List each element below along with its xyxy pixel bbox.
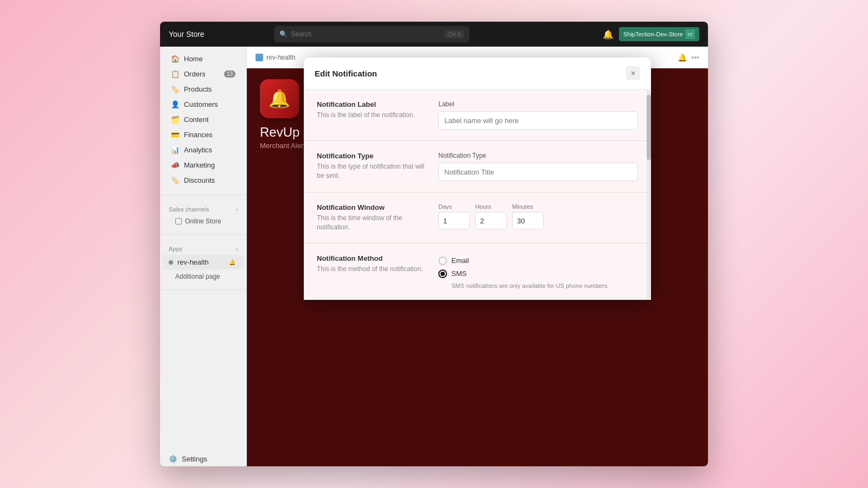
sidebar-label-home: Home [184, 55, 235, 63]
form-right-window: Days Hours Minutes [438, 203, 638, 232]
sidebar-item-discounts[interactable]: 🏷️ Discounts [162, 173, 244, 188]
sidebar-item-marketing[interactable]: 📣 Marketing [162, 158, 244, 172]
sidebar-label-marketing: Marketing [184, 161, 235, 169]
notification-type-section: Notification Type This is the type of no… [304, 141, 651, 192]
hours-label: Hours [475, 203, 507, 210]
sidebar-item-products[interactable]: 🏷️ Products [162, 82, 244, 97]
top-bar-right: 🔔 ShipTection-Dev-Store ST [603, 27, 699, 41]
marketing-icon: 📣 [171, 161, 180, 169]
sidebar-divider-2 [160, 234, 246, 235]
modal-close-button[interactable]: × [626, 66, 640, 80]
sales-channels-section: Sales channels › Online Store [160, 197, 246, 232]
search-input[interactable] [291, 30, 442, 38]
minutes-label: Minutes [512, 203, 544, 210]
form-right-type: Notification Type [438, 152, 638, 181]
sidebar-label-finances: Finances [184, 131, 235, 139]
sidebar: 🏠 Home 📋 Orders 13 🏷️ Products 👤 Custome… [160, 47, 247, 466]
sidebar-item-customers[interactable]: 👤 Customers [162, 97, 244, 112]
type-input[interactable] [438, 163, 638, 181]
form-right-label: Label [438, 100, 638, 130]
radio-group-method: Email SMS SMS notifications are only ava… [438, 256, 638, 289]
sidebar-label-rev-health: rev-health [177, 258, 225, 266]
products-icon: 🏷️ [171, 85, 180, 93]
close-icon: × [631, 69, 635, 78]
search-icon: 🔍 [279, 30, 288, 38]
content-icon: 🗂️ [171, 115, 180, 124]
sidebar-label-orders: Orders [184, 70, 220, 78]
days-input[interactable] [438, 212, 470, 229]
window-fields: Days Hours Minutes [438, 203, 638, 229]
modal-scrollbar-track[interactable] [647, 89, 651, 300]
user-badge[interactable]: ShipTection-Dev-Store ST [619, 27, 699, 41]
sidebar-item-content[interactable]: 🗂️ Content [162, 112, 244, 127]
apps-expand-icon: › [236, 246, 238, 252]
radio-email-button[interactable] [438, 256, 447, 265]
sidebar-label-customers: Customers [184, 100, 235, 108]
user-label: ShipTection-Dev-Store [623, 31, 683, 37]
radio-email[interactable]: Email [438, 256, 638, 265]
sidebar-item-rev-health[interactable]: rev-health 🔔 [162, 255, 244, 269]
notification-label-section: Notification Label This is the label of … [304, 89, 651, 141]
rev-health-icon [169, 260, 173, 265]
online-store-icon [175, 218, 182, 224]
customers-icon: 👤 [171, 100, 180, 108]
sidebar-label-analytics: Analytics [184, 146, 235, 154]
sidebar-item-additional-page[interactable]: Additional page [160, 270, 246, 283]
sidebar-item-analytics[interactable]: 📊 Analytics [162, 143, 244, 157]
sidebar-item-finances[interactable]: 💳 Finances [162, 127, 244, 142]
hours-input[interactable] [475, 212, 507, 229]
radio-sms-button[interactable] [438, 269, 447, 278]
orders-badge: 13 [224, 70, 235, 78]
sidebar-nav-section: 🏠 Home 📋 Orders 13 🏷️ Products 👤 Custome… [160, 47, 246, 192]
expand-icon: › [236, 207, 238, 213]
minutes-input[interactable] [512, 212, 544, 229]
edit-notification-modal: Edit Notification × Notification Label T… [304, 57, 651, 300]
modal-header: Edit Notification × [304, 57, 651, 89]
form-left-label: Notification Label This is the label of … [317, 100, 425, 130]
minutes-field: Minutes [512, 203, 544, 229]
sales-channels-title: Sales channels › [160, 202, 246, 215]
sidebar-label-content: Content [184, 115, 235, 124]
hours-field: Hours [475, 203, 507, 229]
radio-sms-label: SMS [451, 269, 467, 278]
modal-body[interactable]: Notification Label This is the label of … [304, 89, 651, 300]
top-bar: Your Store 🔍 Ctrl K 🔔 ShipTection-Dev-St… [160, 22, 708, 47]
modal-scrollbar-thumb[interactable] [647, 95, 651, 160]
sidebar-item-online-store[interactable]: Online Store [160, 215, 246, 228]
form-right-method: Email SMS SMS notifications are only ava… [438, 254, 638, 289]
notification-label-row: Notification Label This is the label of … [317, 100, 638, 130]
analytics-icon: 📊 [171, 146, 180, 154]
content-area: rev-health 🔔 ••• 🔔 RevUp Health Merchant… [247, 47, 708, 466]
type-field-label: Notification Type [438, 152, 638, 159]
sidebar-label-discounts: Discounts [184, 176, 235, 184]
discounts-icon: 🏷️ [171, 176, 180, 184]
sidebar-divider-1 [160, 195, 246, 195]
days-field: Days [438, 203, 470, 229]
label-field-label: Label [438, 100, 638, 108]
form-left-type: Notification Type This is the type of no… [317, 152, 425, 181]
notification-type-row: Notification Type This is the type of no… [317, 152, 638, 181]
notification-type-desc: This is the type of notification that wi… [317, 162, 425, 181]
sidebar-item-orders[interactable]: 📋 Orders 13 [162, 67, 244, 81]
sidebar-item-settings[interactable]: ⚙️ Settings [160, 452, 246, 466]
label-input[interactable] [438, 111, 638, 130]
sidebar-item-home[interactable]: 🏠 Home [162, 52, 244, 66]
notification-bell-icon[interactable]: 🔔 [603, 29, 614, 40]
notification-window-section: Notification Window This is the time win… [304, 192, 651, 243]
sidebar-label-additional-page: Additional page [175, 273, 220, 280]
search-shortcut: Ctrl K [445, 30, 464, 38]
modal-overlay: Edit Notification × Notification Label T… [247, 47, 708, 466]
sidebar-divider-3 [160, 290, 246, 290]
notification-window-desc: This is the time window of the notificat… [317, 214, 425, 232]
rev-health-bell-icon: 🔔 [229, 259, 235, 265]
sidebar-label-products: Products [184, 85, 235, 93]
radio-sms[interactable]: SMS [438, 269, 638, 278]
form-left-method: Notification Method This is the method o… [317, 254, 425, 289]
search-bar[interactable]: 🔍 Ctrl K [274, 26, 469, 42]
home-icon: 🏠 [171, 55, 180, 63]
notification-type-title: Notification Type [317, 152, 425, 160]
settings-icon: ⚙️ [169, 455, 177, 463]
apps-title: Apps › [160, 241, 246, 254]
apps-section: Apps › rev-health 🔔 Additional page [160, 237, 246, 287]
radio-email-label: Email [451, 256, 469, 265]
